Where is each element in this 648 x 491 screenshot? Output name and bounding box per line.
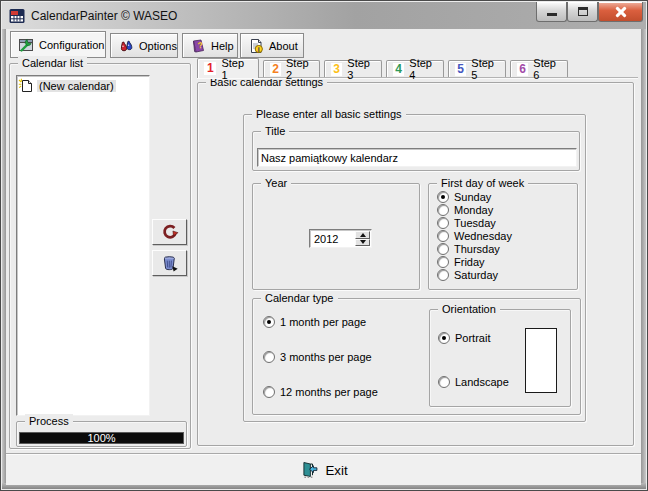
trash-icon <box>161 254 179 272</box>
svg-text:i: i <box>258 45 260 52</box>
radio-label: Portrait <box>455 332 490 344</box>
basic-settings-group: Basic calendar settings Please enter all… <box>197 82 634 446</box>
title-label: Title <box>261 124 289 139</box>
open-door-icon <box>299 460 319 480</box>
exit-button[interactable]: Exit <box>289 458 357 482</box>
title-group: Title <box>252 131 580 171</box>
radio-icon <box>438 332 450 344</box>
process-label: Process <box>25 414 73 429</box>
footer-panel: Exit <box>6 455 641 485</box>
step-label: Step 2 <box>286 57 313 81</box>
year-label: Year <box>261 176 291 191</box>
radio-1-month-per-page[interactable]: 1 month per page <box>263 315 366 328</box>
enter-settings-group: Please enter all basic settings Title Ye… <box>243 114 586 422</box>
radio-3-months-per-page[interactable]: 3 months per page <box>263 350 372 363</box>
radio-tuesday[interactable]: Tuesday <box>437 216 496 229</box>
title-input[interactable] <box>257 148 577 167</box>
wrench-icon <box>18 37 34 53</box>
tab-about[interactable]: i About <box>240 33 304 58</box>
radio-wednesday[interactable]: Wednesday <box>437 229 512 242</box>
spin-down-button[interactable] <box>355 239 370 247</box>
arrow-down-icon <box>360 240 366 244</box>
minimize-icon <box>547 13 557 16</box>
radio-label: Sunday <box>454 191 491 203</box>
arrow-up-icon <box>360 233 366 237</box>
radio-label: Thursday <box>454 243 500 255</box>
progress-value: 100% <box>87 432 115 444</box>
footer-divider <box>6 453 641 454</box>
radio-icon <box>437 204 449 216</box>
radio-saturday[interactable]: Saturday <box>437 268 498 281</box>
orientation-preview <box>525 328 557 393</box>
maximize-icon <box>578 7 588 16</box>
refresh-calendar-button[interactable] <box>152 219 187 245</box>
radio-label: Saturday <box>454 269 498 281</box>
tab-help[interactable]: ? Help <box>182 33 238 58</box>
radio-landscape[interactable]: Landscape <box>438 375 509 388</box>
step-tab-4[interactable]: 4 Step 4 <box>386 60 444 77</box>
step-label: Step 3 <box>347 57 375 81</box>
app-window: CalendarPainter © WASEO Configuration Op… <box>0 0 648 491</box>
window-border-right <box>641 29 646 483</box>
calendar-type-group: Calendar type 1 month per page 3 months … <box>252 298 581 415</box>
radio-label: 3 months per page <box>280 351 372 363</box>
spin-up-button[interactable] <box>355 231 370 239</box>
tab-label: Options <box>139 40 177 52</box>
radio-icon <box>438 376 450 388</box>
orientation-label: Orientation <box>438 302 500 317</box>
calendar-listbox[interactable]: (New calendar) <box>16 75 150 416</box>
year-group: Year <box>252 183 420 290</box>
tab-configuration[interactable]: Configuration <box>10 31 106 58</box>
step-tab-3[interactable]: 3 Step 3 <box>324 60 382 77</box>
radio-friday[interactable]: Friday <box>437 255 485 268</box>
close-button[interactable] <box>598 2 643 22</box>
radio-monday[interactable]: Monday <box>437 203 493 216</box>
step-number: 5 <box>455 63 466 76</box>
radio-icon <box>437 230 449 242</box>
process-group: Process 100% <box>16 421 187 447</box>
radio-icon <box>437 191 449 203</box>
new-document-icon <box>18 78 34 94</box>
step-tab-6[interactable]: 6 Step 6 <box>510 60 568 77</box>
step-number: 6 <box>517 63 528 76</box>
step-label: Step 4 <box>409 57 437 81</box>
radio-icon <box>437 256 449 268</box>
step-label: Step 5 <box>471 57 499 81</box>
maximize-button[interactable] <box>567 2 598 22</box>
radio-12-months-per-page[interactable]: 12 months per page <box>263 385 378 398</box>
calendar-list-label: Calendar list <box>18 56 87 71</box>
radio-label: Tuesday <box>454 217 496 229</box>
tab-options[interactable]: Options <box>110 33 178 58</box>
enter-settings-label: Please enter all basic settings <box>252 107 406 122</box>
step-number: 1 <box>204 62 216 75</box>
step-label: Step 1 <box>221 57 252 81</box>
minimize-button[interactable] <box>536 2 567 22</box>
step-tab-2[interactable]: 2 Step 2 <box>263 60 320 77</box>
calendar-list-group: Calendar list (New calendar) <box>9 63 191 449</box>
step-tab-1[interactable]: 1 Step 1 <box>197 58 259 78</box>
radio-thursday[interactable]: Thursday <box>437 242 500 255</box>
step-tab-5[interactable]: 5 Step 5 <box>448 60 506 77</box>
svg-text:?: ? <box>197 39 203 50</box>
exit-label: Exit <box>325 463 347 478</box>
radio-portrait[interactable]: Portrait <box>438 331 490 344</box>
radio-sunday[interactable]: Sunday <box>437 190 491 203</box>
delete-calendar-button[interactable] <box>152 250 187 276</box>
year-spin-buttons <box>355 231 370 246</box>
list-item-new-calendar[interactable]: (New calendar) <box>17 76 149 96</box>
step-label: Step 6 <box>533 57 561 81</box>
radio-label: Monday <box>454 204 493 216</box>
list-item-label: (New calendar) <box>37 80 116 92</box>
first-day-label: First day of week <box>437 176 528 191</box>
year-input[interactable] <box>311 231 355 246</box>
tab-label: Configuration <box>39 39 104 51</box>
calendar-type-label: Calendar type <box>261 291 338 306</box>
year-spinner[interactable] <box>309 229 372 248</box>
radio-icon <box>263 386 275 398</box>
step-number: 3 <box>331 63 342 76</box>
first-day-group: First day of week Sunday Monday Tuesday … <box>428 183 578 290</box>
radio-icon <box>437 269 449 281</box>
radio-icon <box>263 351 275 363</box>
orientation-group: Orientation Portrait Landscape <box>429 309 571 407</box>
tab-label: About <box>269 40 298 52</box>
